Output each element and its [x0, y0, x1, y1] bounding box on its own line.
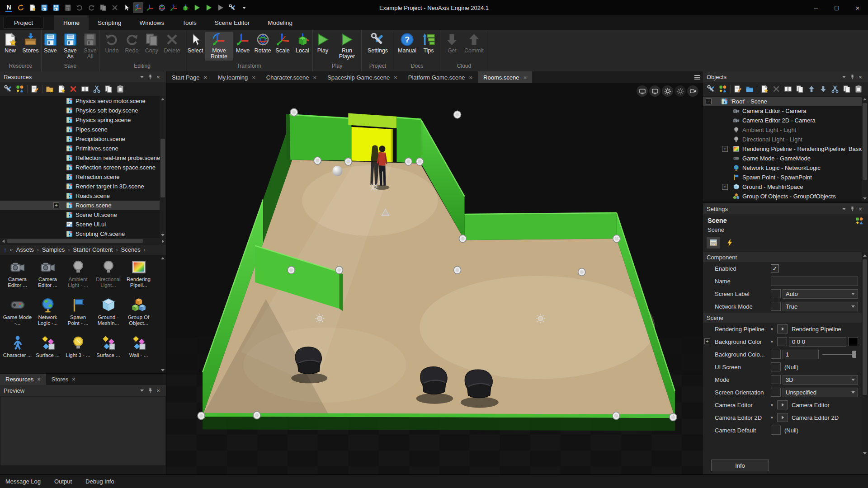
save-icon[interactable] [39, 2, 49, 13]
asset-item[interactable]: Ambient Light - ... [63, 258, 93, 296]
local-transform-icon[interactable] [180, 2, 190, 13]
tree-item[interactable]: Physics spring.scene [0, 115, 166, 125]
expander[interactable]: + [53, 202, 59, 208]
tree-item[interactable]: +Rendering Pipeline - RenderingPipeline_… [703, 144, 868, 154]
scroll-up-icon[interactable] [160, 96, 166, 102]
tree-item[interactable]: Reflection real-time probe.scene [0, 153, 166, 163]
menu-tab-windows[interactable]: Windows [131, 15, 174, 30]
play-button[interactable]: Play [313, 32, 333, 55]
dock-tab-stores[interactable]: Stores [46, 374, 81, 385]
tab-platform-game-scene[interactable]: Platform Game.scene [403, 71, 478, 83]
asset-item[interactable]: Rendering Pipeli... [123, 258, 154, 296]
panel-menu-icon[interactable] [840, 73, 848, 81]
options-icon[interactable] [707, 84, 716, 94]
panel-menu-icon[interactable] [840, 205, 848, 213]
tree-item[interactable]: Reflection screen space.scene [0, 163, 166, 172]
manual-button[interactable]: Manual [396, 32, 419, 55]
effects-icon[interactable] [662, 85, 673, 97]
run-player-button[interactable]: Run Player [333, 32, 361, 61]
tab-my-learning[interactable]: My.learning [212, 71, 261, 83]
rotate-button[interactable]: Rotate [253, 32, 273, 55]
close-icon[interactable] [469, 74, 472, 81]
settings-panel-header[interactable]: Settings [703, 203, 868, 214]
close-icon[interactable] [154, 73, 162, 81]
move-down-icon[interactable] [819, 84, 828, 94]
asset-item[interactable]: Character ... [2, 334, 33, 372]
paste-icon[interactable] [116, 84, 125, 94]
redo-icon[interactable] [86, 2, 96, 13]
menu-tab-scripting[interactable]: Scripting [89, 15, 131, 30]
tree-item-root[interactable]: -'Root' - Scene [703, 97, 868, 106]
neoaxis-logo-icon[interactable]: N [4, 2, 14, 13]
move-rotate-button[interactable]: Move Rotate [205, 32, 233, 61]
menu-project-button[interactable]: Project [4, 17, 43, 28]
tab-list-icon[interactable] [691, 71, 703, 83]
close-icon[interactable] [856, 205, 864, 213]
status-message-log[interactable]: Message Log [5, 478, 41, 485]
tree-item[interactable]: +Ground - MeshInSpace [703, 182, 868, 192]
title-bar[interactable]: N Example Project - NeoAxis Engine 2024.… [0, 0, 868, 15]
save-all-icon[interactable] [62, 2, 73, 13]
display-mode-icon[interactable] [637, 85, 648, 97]
breadcrumb-item[interactable]: Starter Content [73, 246, 113, 253]
tree-item[interactable]: Game Mode - GameMode [703, 154, 868, 163]
move-rotate-tool-icon[interactable] [133, 2, 143, 13]
tree-item[interactable]: Ambient Light - Light [703, 125, 868, 135]
save-button[interactable]: Save [41, 32, 61, 55]
screen-label-dropdown[interactable]: Auto [783, 289, 858, 299]
objects-tree[interactable]: -'Root' - Scene Camera Editor - Camera C… [703, 96, 868, 202]
new-folder-icon[interactable] [45, 84, 54, 94]
tab-start-page[interactable]: Start Page [166, 71, 212, 83]
settings-scrollbar[interactable] [862, 252, 868, 456]
section-scene[interactable]: Scene [703, 313, 868, 323]
default-flag-box[interactable] [777, 337, 787, 346]
expander[interactable]: + [722, 184, 728, 190]
asset-item[interactable]: Wall - ... [123, 334, 154, 372]
expand-reference-button[interactable] [777, 400, 788, 409]
breadcrumb-item[interactable]: Assets [16, 246, 34, 253]
menu-tab-modeling[interactable]: Modeling [259, 15, 302, 30]
default-flag-box[interactable] [771, 362, 781, 371]
asset-item[interactable]: Group Of Object... [123, 296, 154, 334]
navigate-back-icon[interactable] [10, 246, 13, 253]
duplicate-icon[interactable] [795, 84, 804, 94]
scene-3d-view[interactable] [166, 83, 703, 474]
scroll-right-icon[interactable] [160, 238, 166, 244]
objects-scrollbar[interactable] [862, 96, 868, 202]
asset-grid[interactable]: Camera Editor ... Camera Editor ... Ambi… [0, 255, 166, 373]
asset-item[interactable]: Ground - MeshIn... [93, 296, 123, 334]
panel-menu-icon[interactable] [138, 386, 146, 394]
move-up-icon[interactable] [807, 84, 816, 94]
scroll-up-icon[interactable] [862, 252, 868, 258]
default-flag-box[interactable] [771, 289, 781, 298]
minimize-button[interactable] [806, 0, 826, 15]
new-button[interactable]: New [0, 32, 20, 55]
save-as-icon[interactable] [51, 2, 61, 13]
toolbar-more-icon[interactable] [239, 2, 249, 13]
local-button[interactable]: Local [292, 32, 312, 55]
grid-vertical-scrollbar[interactable] [160, 255, 166, 373]
asset-item[interactable]: Surface ... [33, 334, 63, 372]
mode-dropdown[interactable]: 3D [783, 375, 858, 385]
status-debug-info[interactable]: Debug Info [85, 478, 114, 485]
maximize-button[interactable] [826, 0, 847, 15]
expand-reference-button[interactable] [777, 324, 788, 333]
delete-icon[interactable] [109, 2, 120, 13]
default-flag-box[interactable] [771, 350, 781, 359]
default-flag-box[interactable] [771, 388, 781, 397]
tree-item[interactable]: Group Of Objects - GroupOfObjects [703, 192, 868, 201]
breadcrumb-item[interactable]: Samples [42, 246, 65, 253]
tree-item[interactable]: Precipitation.scene [0, 134, 166, 144]
scale-button[interactable]: Scale [273, 32, 292, 55]
tree-item[interactable]: Primitives.scene [0, 144, 166, 153]
cut-icon[interactable] [830, 84, 840, 94]
section-component[interactable]: Component [703, 252, 868, 262]
delete-icon[interactable] [772, 84, 781, 94]
default-flag-box[interactable] [771, 375, 781, 384]
run-player-icon[interactable] [203, 2, 214, 13]
camera-icon[interactable] [687, 85, 698, 97]
sync-icon[interactable] [15, 2, 26, 13]
pin-icon[interactable] [848, 205, 856, 213]
expander[interactable]: - [706, 99, 712, 104]
breadcrumb-item[interactable]: Scenes [121, 246, 140, 253]
